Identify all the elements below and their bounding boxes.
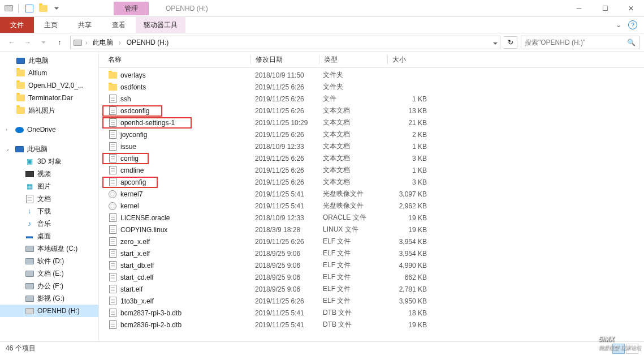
qat-new-folder[interactable] xyxy=(37,2,49,15)
file-row[interactable]: zero_x.elf2019/11/25 6:26ELF 文件3,954 KB xyxy=(99,236,644,247)
maximize-button[interactable]: ☐ xyxy=(592,0,618,17)
file-row[interactable]: LICENSE.oracle2018/10/9 12:33ORACLE 文件19… xyxy=(99,212,644,224)
column-date[interactable]: 修改日期 xyxy=(251,55,319,65)
tree-item-media[interactable]: 视频 xyxy=(0,168,98,180)
breadcrumb[interactable]: 此电脑 xyxy=(90,37,115,49)
search-box[interactable]: 🔍 xyxy=(521,36,639,49)
file-size: 3,097 KB xyxy=(386,190,431,198)
file-type: ELF 文件 xyxy=(318,284,386,294)
contextual-tab-manage[interactable]: 管理 xyxy=(114,2,149,15)
minimize-button[interactable]: ─ xyxy=(566,0,592,17)
onedrive-node[interactable]: ›OneDrive xyxy=(0,123,98,136)
file-date: 2019/11/25 5:41 xyxy=(250,321,318,329)
column-type[interactable]: 类型 xyxy=(319,55,387,65)
file-date: 2018/9/25 9:06 xyxy=(250,273,318,281)
quick-access-item[interactable]: 此电脑 xyxy=(0,54,98,67)
file-name: osdconfig xyxy=(120,107,149,115)
nav-back-button[interactable]: ← xyxy=(5,35,19,50)
breadcrumb-separator[interactable]: › xyxy=(85,40,87,46)
tab-share[interactable]: 共享 xyxy=(68,17,102,33)
file-type: 文件 xyxy=(318,94,386,104)
tree-item-drive[interactable]: 本地磁盘 (C:) xyxy=(0,242,98,255)
tab-drive-tools[interactable]: 驱动器工具 xyxy=(136,17,185,33)
file-type: ORACLE 文件 xyxy=(318,213,386,223)
breadcrumb[interactable]: OPENHD (H:) xyxy=(124,37,171,48)
file-row[interactable]: start.elf2018/9/25 9:06ELF 文件2,781 KB xyxy=(99,283,644,295)
file-row[interactable]: overlays2018/10/9 11:50文件夹 xyxy=(99,69,644,81)
tree-item-drive[interactable]: 软件 (D:) xyxy=(0,255,98,267)
file-row[interactable]: bcm2836-rpi-2-b.dtb2019/11/25 5:41DTB 文件… xyxy=(99,319,644,331)
file-row[interactable]: start_x.elf2018/9/25 9:06ELF 文件3,954 KB xyxy=(99,247,644,259)
quick-access-item[interactable]: Altium xyxy=(0,67,98,79)
nav-history-dropdown[interactable] xyxy=(36,35,51,50)
pc-icon xyxy=(16,56,25,65)
file-date: 2019/11/25 5:41 xyxy=(250,202,318,210)
ribbon-expand-icon[interactable]: ⌄ xyxy=(616,21,621,29)
file-row[interactable]: start_cd.elf2018/9/25 9:06ELF 文件662 KB xyxy=(99,271,644,283)
quick-access-item[interactable]: 婚礼照片 xyxy=(0,104,98,117)
item-count: 46 个项目 xyxy=(6,344,36,353)
file-row[interactable]: cmdline2019/11/25 6:26文本文档1 KB xyxy=(99,164,644,176)
file-row[interactable]: openhd-settings-12019/11/25 10:29文本文档21 … xyxy=(99,117,644,129)
navigation-pane[interactable]: 此电脑AltiumOpen.HD_V2,0_...Terminator.Dar婚… xyxy=(0,52,99,345)
tree-item-drive[interactable]: 文档 (E:) xyxy=(0,267,98,280)
quick-access-item[interactable]: Terminator.Dar xyxy=(0,92,98,104)
tree-item-drive[interactable]: 办公 (F:) xyxy=(0,280,98,292)
tree-item-desk[interactable]: ▬桌面 xyxy=(0,230,98,242)
tree-item-music[interactable]: 音乐 xyxy=(0,217,98,230)
tree-item-usb[interactable]: OPENHD (H:) xyxy=(0,305,98,317)
file-row[interactable]: joyconfig2019/11/25 6:26文本文档2 KB xyxy=(99,129,644,140)
tree-item-doc[interactable]: 文档 xyxy=(0,193,98,205)
file-row[interactable]: start_db.elf2018/9/25 9:06ELF 文件4,990 KB xyxy=(99,259,644,271)
refresh-button[interactable]: ↻ xyxy=(504,36,517,49)
column-size[interactable]: 大小 xyxy=(388,55,433,65)
file-date: 2018/9/25 9:06 xyxy=(250,285,318,293)
file-size: 13 KB xyxy=(386,107,431,115)
qat-properties[interactable] xyxy=(23,2,36,15)
file-row[interactable]: osdconfig2019/11/25 6:26文本文档13 KB xyxy=(99,105,644,117)
address-bar[interactable]: › 此电脑 › OPENHD (H:) xyxy=(70,36,500,49)
address-dropdown[interactable] xyxy=(493,40,498,46)
file-type: ELF 文件 xyxy=(318,296,386,306)
file-row[interactable]: bcm2837-rpi-3-b.dtb2019/11/25 5:41DTB 文件… xyxy=(99,307,644,319)
doc-icon xyxy=(108,285,117,294)
tab-file[interactable]: 文件 xyxy=(0,17,34,33)
column-name[interactable]: 名称 xyxy=(103,55,250,65)
file-row[interactable]: issue2018/10/9 12:33文本文档1 KB xyxy=(99,140,644,152)
watermark: 5iMX 我爱模型 玩家论坛 xyxy=(598,331,641,352)
file-row[interactable]: apconfig2019/11/25 6:26文本文档3 KB xyxy=(99,176,644,188)
tree-item-pic[interactable]: ▦图片 xyxy=(0,180,98,193)
file-size: 1 KB xyxy=(386,143,431,151)
file-row[interactable]: ssh2019/11/25 6:26文件1 KB xyxy=(99,93,644,105)
file-date: 2019/11/25 6:26 xyxy=(250,155,318,162)
breadcrumb-separator[interactable]: › xyxy=(119,40,120,46)
tab-view[interactable]: 查看 xyxy=(102,17,136,33)
tree-item-drive[interactable]: 影视 (G:) xyxy=(0,292,98,305)
music-icon xyxy=(25,219,34,228)
search-icon[interactable]: 🔍 xyxy=(627,39,636,46)
help-icon[interactable]: ? xyxy=(628,20,637,29)
tree-item-3d[interactable]: ▣3D 对象 xyxy=(0,155,98,168)
doc-icon xyxy=(108,213,117,223)
file-row[interactable]: osdfonts2019/11/25 6:26文件夹 xyxy=(99,81,644,93)
nav-up-button[interactable]: ↑ xyxy=(52,35,67,50)
this-pc-node[interactable]: ⌄此电脑 xyxy=(0,143,98,155)
file-name: bcm2836-rpi-2-b.dtb xyxy=(120,321,181,329)
qat-dropdown[interactable] xyxy=(50,2,63,15)
file-type: DTB 文件 xyxy=(318,320,386,330)
file-list[interactable]: overlays2018/10/9 11:50文件夹osdfonts2019/1… xyxy=(99,68,644,345)
tree-item-dl[interactable]: 下载 xyxy=(0,205,98,217)
file-row[interactable]: 1to3b_x.elf2019/11/25 6:26ELF 文件3,950 KB xyxy=(99,295,644,307)
search-input[interactable] xyxy=(525,39,627,46)
tab-home[interactable]: 主页 xyxy=(34,17,68,33)
file-name: start_x.elf xyxy=(120,250,150,258)
close-button[interactable]: ✕ xyxy=(618,0,644,17)
file-row[interactable]: config2019/11/25 6:26文本文档3 KB xyxy=(99,152,644,164)
doc-icon xyxy=(108,106,117,116)
file-row[interactable]: kernel72019/11/25 5:41光盘映像文件3,097 KB xyxy=(99,188,644,200)
quick-access-item[interactable]: Open.HD_V2,0_... xyxy=(0,79,98,92)
nav-forward-button[interactable]: → xyxy=(20,35,35,50)
file-row[interactable]: kernel2019/11/25 5:41光盘映像文件2,962 KB xyxy=(99,200,644,212)
file-date: 2018/10/9 12:33 xyxy=(250,143,318,151)
file-row[interactable]: COPYING.linux2018/3/9 18:28LINUX 文件19 KB xyxy=(99,224,644,236)
